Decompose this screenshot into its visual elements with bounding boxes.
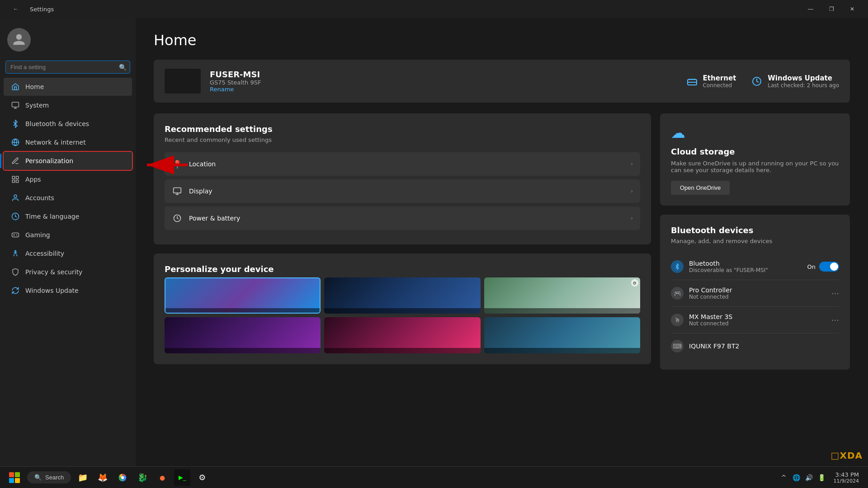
titlebar-controls: — ❐ ✕	[800, 2, 863, 16]
taskbar-settings-app[interactable]: ⚙	[194, 469, 210, 486]
nav-label-personalization: Personalization	[25, 157, 73, 164]
wallpaper-4[interactable]	[165, 317, 321, 353]
pro-controller-options-button[interactable]: ···	[831, 289, 839, 298]
titlebar: ← Settings — ❐ ✕	[0, 0, 868, 18]
bluetooth-toggle-label: On	[807, 263, 816, 270]
sidebar-item-update[interactable]: Windows Update	[4, 282, 132, 300]
mx-master-options-button[interactable]: ···	[831, 315, 839, 325]
taskbar-firefox[interactable]: 🦊	[94, 469, 111, 486]
recommended-subtitle: Recent and commonly used settings	[165, 136, 640, 143]
sidebar-item-apps[interactable]: Apps	[4, 170, 132, 188]
sidebar-item-personalization[interactable]: Personalization	[4, 152, 132, 170]
bluetooth-toggle[interactable]: On	[807, 262, 839, 272]
svg-rect-6	[16, 180, 19, 183]
sidebar-item-network[interactable]: Network & internet	[4, 133, 132, 151]
nav-label-accounts: Accounts	[25, 194, 54, 202]
sidebar-search[interactable]: 🔍	[5, 61, 130, 74]
sidebar: 🔍 Home System Bluetooth & devices Networ…	[0, 18, 136, 470]
pro-controller-info: Pro Controller Not connected	[689, 286, 826, 300]
maximize-button[interactable]: ❐	[821, 2, 842, 16]
main-window: 🔍 Home System Bluetooth & devices Networ…	[0, 18, 868, 470]
nav-icon-gaming	[11, 230, 20, 239]
windows-update-icon	[750, 75, 763, 88]
sidebar-item-time[interactable]: Time & language	[4, 207, 132, 225]
personalize-title: Personalize your device	[165, 264, 640, 274]
nav-label-home: Home	[25, 83, 44, 90]
sidebar-item-privacy[interactable]: Privacy & security	[4, 263, 132, 281]
start-button[interactable]	[5, 469, 24, 487]
sidebar-item-system[interactable]: System	[4, 96, 132, 114]
wallpaper-5-taskbar	[324, 348, 480, 353]
mx-master-name: MX Master 3S	[689, 313, 826, 320]
recommended-title: Recommended settings	[165, 124, 640, 134]
page-title: Home	[154, 32, 850, 49]
device-card: FUSER-MSI GS75 Stealth 9SF Rename Ethern…	[154, 60, 850, 103]
nav-label-update: Windows Update	[25, 287, 79, 294]
wallpaper-3[interactable]: ⚙	[484, 277, 640, 314]
nav-icon-apps	[11, 175, 20, 184]
nav-icon-privacy	[11, 267, 20, 277]
svg-rect-4	[16, 176, 19, 178]
tray-expand-icon[interactable]: ^	[778, 472, 789, 483]
wallpaper-2[interactable]	[324, 277, 480, 314]
close-button[interactable]: ✕	[842, 2, 863, 16]
tray-volume-icon[interactable]: 🔊	[804, 472, 815, 483]
sidebar-item-home[interactable]: Home	[4, 78, 132, 96]
device-rename-link[interactable]: Rename	[210, 86, 677, 93]
wallpaper-6[interactable]	[484, 317, 640, 353]
avatar[interactable]	[7, 28, 31, 52]
search-input[interactable]	[5, 61, 130, 74]
ethernet-status: Ethernet Connected	[686, 74, 736, 89]
tray-battery-icon[interactable]: 🔋	[816, 472, 827, 483]
nav-label-apps: Apps	[25, 176, 41, 183]
right-column: ☁ Cloud storage Make sure OneDrive is up…	[660, 113, 850, 379]
taskbar-msiedge[interactable]: ●	[154, 469, 170, 486]
taskbar-dragon-center[interactable]: 🐉	[134, 469, 151, 486]
taskbar: 🔍 Search 📁 🦊 🐉 ● ▶_ ⚙ ^ 🌐 🔊 🔋 3:43 PM	[0, 466, 868, 488]
device-thumbnail	[165, 69, 201, 94]
power-battery-label: Power & battery	[189, 215, 624, 222]
bluetooth-icon	[671, 260, 684, 273]
cloud-storage-card: ☁ Cloud storage Make sure OneDrive is up…	[660, 113, 850, 206]
nav-label-gaming: Gaming	[25, 231, 50, 239]
cloud-storage-title: Cloud storage	[671, 147, 839, 156]
sidebar-item-accounts[interactable]: Accounts	[4, 189, 132, 207]
back-button[interactable]: ←	[5, 2, 26, 16]
taskbar-search-button[interactable]: 🔍 Search	[27, 471, 71, 483]
display-label: Display	[189, 188, 624, 195]
bluetooth-main-status: Discoverable as "FUSER-MSI"	[689, 267, 802, 273]
svg-point-10	[15, 250, 16, 252]
display-setting[interactable]: Display ›	[165, 179, 640, 203]
sidebar-profile	[0, 23, 136, 61]
minimize-button[interactable]: —	[800, 2, 821, 16]
bluetooth-devices-title: Bluetooth devices	[671, 225, 839, 235]
ethernet-label: Ethernet	[703, 74, 736, 82]
clock[interactable]: 3:43 PM 11/9/2024	[830, 470, 863, 485]
nav-container: Home System Bluetooth & devices Network …	[0, 77, 136, 300]
bluetooth-main-info: Bluetooth Discoverable as "FUSER-MSI"	[689, 260, 802, 273]
wallpaper-grid: ⚙	[165, 277, 640, 353]
taskbar-file-explorer[interactable]: 📁	[75, 469, 91, 486]
wallpaper-3-settings-icon: ⚙	[631, 279, 638, 286]
taskbar-terminal[interactable]: ▶_	[174, 469, 190, 486]
toggle-track[interactable]	[819, 262, 839, 272]
wallpaper-5[interactable]	[324, 317, 480, 353]
bluetooth-devices-card: Bluetooth devices Manage, add, and remov…	[660, 215, 850, 370]
nav-label-time: Time & language	[25, 213, 79, 220]
ethernet-status-text: Connected	[703, 82, 736, 89]
wallpaper-4-taskbar	[165, 348, 321, 353]
windows-logo-icon	[9, 472, 20, 483]
taskbar-chrome[interactable]	[114, 469, 131, 486]
wallpaper-1[interactable]	[165, 277, 321, 314]
sidebar-item-accessibility[interactable]: Accessibility	[4, 244, 132, 263]
open-onedrive-button[interactable]: Open OneDrive	[671, 181, 730, 195]
sidebar-item-bluetooth[interactable]: Bluetooth & devices	[4, 115, 132, 133]
sidebar-item-gaming[interactable]: Gaming	[4, 226, 132, 244]
svg-rect-15	[174, 188, 181, 193]
titlebar-title: Settings	[30, 6, 54, 13]
location-setting[interactable]: 📍 Location ›	[165, 152, 640, 176]
left-column: Recommended settings Recent and commonly…	[154, 113, 651, 379]
tray-network-icon[interactable]: 🌐	[791, 472, 802, 483]
taskbar-right: ^ 🌐 🔊 🔋 3:43 PM 11/9/2024	[778, 470, 863, 485]
power-battery-setting[interactable]: Power & battery ›	[165, 206, 640, 230]
